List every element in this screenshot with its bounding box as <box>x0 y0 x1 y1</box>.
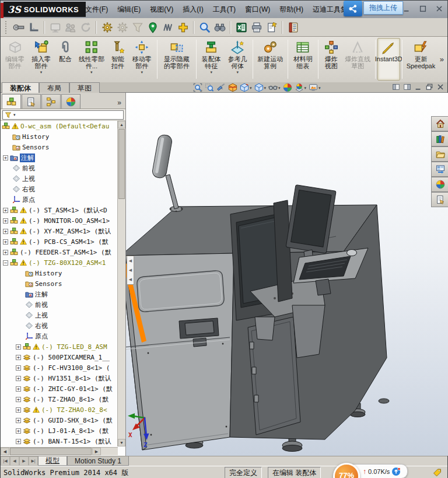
glasses-button[interactable]: ▾ <box>268 83 281 92</box>
funnel-icon[interactable] <box>5 111 12 118</box>
tree-item[interactable]: +(-) 500PIXCAMERA_1__ <box>1 352 118 362</box>
drag-upload-overlay[interactable]: 拖拽上传 <box>344 1 403 16</box>
menu-item-2[interactable]: 编辑(E) <box>113 3 145 16</box>
ribbon-speedpak-button[interactable]: 更新Speedpak <box>404 38 438 81</box>
zoomarea-button[interactable] <box>205 83 214 92</box>
ribbon-motion-button[interactable]: 新建运动算例 <box>255 38 286 81</box>
ribbon-mate-button[interactable]: 配合 <box>54 38 76 81</box>
chevron-down-icon[interactable]: ▾ <box>13 113 16 117</box>
tab-草图[interactable]: 草图 <box>69 82 100 93</box>
users-button[interactable] <box>63 20 78 35</box>
tree-horizontal-scrollbar[interactable]: ◀ ▶ <box>1 447 118 455</box>
pin-button[interactable] <box>145 20 160 35</box>
chevron-down-icon[interactable]: ▾ <box>141 70 143 74</box>
ribbon-smartfast-button[interactable]: 智能扣件 <box>107 38 129 81</box>
expander-plus-icon[interactable]: + <box>16 376 21 381</box>
tree-item[interactable]: +(-) PCB-CS_ASM<1> (默 <box>1 236 118 247</box>
chevron-down-icon[interactable]: ▾ <box>210 70 212 74</box>
magnifier-button[interactable] <box>197 20 212 35</box>
tree-item[interactable]: +A注解 <box>1 152 118 163</box>
tree-item[interactable]: 右视 <box>1 320 118 331</box>
vertical-scroll-thumb[interactable] <box>118 129 125 199</box>
filter-field[interactable]: ▾ <box>2 110 124 120</box>
chevron-down-icon[interactable]: ▾ <box>90 70 93 74</box>
doc-nav-button[interactable]: |◀ <box>1 456 10 466</box>
menu-item-5[interactable]: 工具(T) <box>209 3 240 16</box>
tree-item[interactable]: 原点 <box>1 194 118 205</box>
upload-cloud-icon[interactable] <box>391 467 401 476</box>
expander-plus-icon[interactable]: + <box>16 439 21 444</box>
taskpane-tab-design-library[interactable] <box>431 131 448 146</box>
expander-plus-icon[interactable]: + <box>3 239 8 245</box>
close-button[interactable] <box>433 4 446 14</box>
ribbon-instant3d-button[interactable]: Instant3D <box>377 38 400 81</box>
colorball-button[interactable] <box>283 83 292 92</box>
cube-button[interactable]: ▾ <box>254 83 267 92</box>
gear-button[interactable] <box>100 20 114 35</box>
angle-button[interactable] <box>26 20 41 35</box>
funnel-button[interactable] <box>130 20 145 35</box>
chevron-down-icon[interactable]: ▾ <box>278 86 281 90</box>
tag-icon[interactable] <box>433 468 442 477</box>
tree-item[interactable]: +(-) FC-HV3100_8<1> ( <box>1 362 118 373</box>
menu-item-7[interactable]: 帮助(H) <box>275 3 307 16</box>
spring-button[interactable] <box>160 20 175 35</box>
tree-item[interactable]: 前视 <box>1 299 118 310</box>
ribbon-insertcomp-button[interactable]: 插入零部件▾ <box>28 38 54 81</box>
panel-tab-display[interactable] <box>61 94 80 109</box>
tab-装配体[interactable]: 装配体 <box>2 82 39 93</box>
excel-button[interactable] <box>234 20 249 35</box>
chevron-down-icon[interactable]: ▾ <box>304 86 307 90</box>
scroll-right-button[interactable]: ▶ <box>92 448 101 455</box>
tree-item[interactable]: +(-) MONITOR-OO_ASM<1> <box>1 215 118 226</box>
tree-item[interactable]: +(-) FEEDER-ST_ASM<1> (默 <box>1 247 118 257</box>
expander-plus-icon[interactable]: + <box>16 428 21 434</box>
expander-plus-icon[interactable]: + <box>16 365 21 371</box>
tree-item[interactable]: 前视 <box>1 163 118 173</box>
ribbon-asmfeature-button[interactable]: 装配体特征▾ <box>198 38 225 81</box>
chevron-down-icon[interactable]: ▾ <box>237 70 239 74</box>
expander-plus-icon[interactable]: + <box>16 386 21 392</box>
tree-item[interactable]: 上视 <box>1 310 118 320</box>
flashlight-button[interactable] <box>216 83 226 92</box>
horizontal-scroll-thumb[interactable] <box>10 448 92 455</box>
taskpane-tab-view-palette[interactable] <box>431 162 448 177</box>
taskpane-tab-appearances[interactable] <box>431 177 448 192</box>
docnew-button[interactable] <box>264 20 279 35</box>
tree-item[interactable]: Sensors <box>1 278 118 289</box>
tree-item[interactable]: +(-) XY-MZ_ASM<1> (默认 <box>1 226 118 236</box>
doc-tab-2[interactable]: Motion Study 1 <box>67 456 129 466</box>
expander-plus-icon[interactable]: + <box>3 250 8 255</box>
scroll-up-button[interactable]: ▲ <box>118 121 125 128</box>
monitor-button[interactable] <box>48 20 62 35</box>
tree-item[interactable]: +(-) HV1351_8<1> (默认 <box>1 373 118 383</box>
ribbon-overflow-button[interactable]: » <box>438 55 446 64</box>
chevron-down-icon[interactable]: ▾ <box>40 70 43 74</box>
tree-item[interactable]: −(-) TZG-80X120_ASM<1 <box>1 257 118 268</box>
expander-plus-icon[interactable]: + <box>16 355 21 360</box>
winmin-button[interactable] <box>414 83 422 91</box>
chevron-down-icon[interactable]: ▾ <box>318 86 321 90</box>
cross-button[interactable] <box>176 20 190 35</box>
doc-nav-button[interactable]: ◀ <box>10 456 19 466</box>
panel-tab-configurations[interactable] <box>41 94 61 109</box>
scroll-down-button[interactable]: ▼ <box>118 439 125 446</box>
tree-item[interactable]: 上视 <box>1 173 118 184</box>
maximize-button[interactable] <box>416 4 429 14</box>
panel-tab-properties[interactable] <box>22 94 41 109</box>
section-button[interactable] <box>228 83 237 92</box>
screw-button[interactable] <box>11 20 26 35</box>
winclose-button[interactable] <box>436 83 444 91</box>
ribbon-bom-button[interactable]: 材料明细表 <box>290 38 316 81</box>
tree-item[interactable]: +(-) BAN-T-15<1> (默认 <box>1 436 118 446</box>
ribbon-editcomp-button[interactable]: 编辑零部件 <box>2 38 28 81</box>
tree-item[interactable]: +(-) LJ-01-A_8<1> (默 <box>1 425 118 436</box>
panel-tabs-overflow[interactable]: » <box>117 99 124 109</box>
menu-item-6[interactable]: 窗口(W) <box>241 3 274 16</box>
tree-item[interactable]: 右视 <box>1 184 118 194</box>
doc-tab-1[interactable]: 模型 <box>38 456 67 466</box>
orientcube-button[interactable]: ▾ <box>240 83 252 92</box>
panel-tab-features[interactable] <box>2 94 21 109</box>
tree-item[interactable]: Sensors <box>1 142 118 152</box>
ribbon-explsketch-button[interactable]: 爆炸直线草图 <box>342 38 373 81</box>
